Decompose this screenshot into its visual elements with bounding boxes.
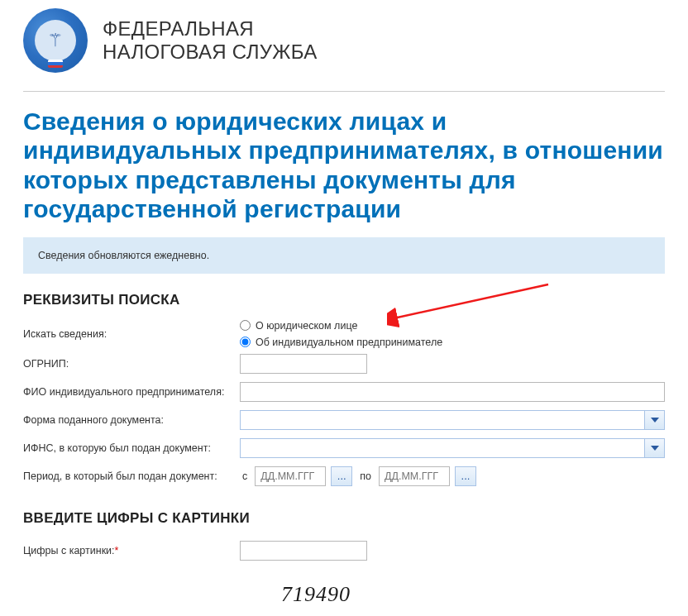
search-section-title: РЕКВИЗИТЫ ПОИСКА: [23, 292, 665, 308]
period-label: Период, в который был подан документ:: [23, 470, 240, 482]
fns-emblem-icon: ⚚: [35, 20, 76, 61]
ogrnip-label: ОГРНИП:: [23, 358, 240, 370]
org-title-line2: НАЛОГОВАЯ СЛУЖБА: [103, 41, 318, 64]
chevron-down-icon[interactable]: [644, 411, 664, 429]
captcha-input[interactable]: [240, 541, 367, 561]
date-to-picker-button[interactable]: ...: [455, 466, 476, 486]
period-to-text: по: [357, 470, 374, 482]
radio-individual-entrepreneur[interactable]: Об индивидуальном предпринимателе: [240, 337, 442, 348]
date-from-input[interactable]: [255, 466, 326, 486]
ogrnip-input[interactable]: [240, 354, 367, 374]
date-to-input[interactable]: [379, 466, 450, 486]
page-title: Сведения о юридических лицах и индивидуа…: [23, 107, 665, 224]
info-bar: Сведения обновляются ежедневно.: [23, 237, 665, 274]
org-title-line1: ФЕДЕРАЛЬНАЯ: [103, 17, 318, 41]
captcha-section-title: ВВЕДИТЕ ЦИФРЫ С КАРТИНКИ: [23, 510, 665, 527]
radio-individual-label: Об индивидуальном предпринимателе: [256, 337, 442, 348]
radio-legal-input[interactable]: [240, 320, 251, 331]
radio-individual-input[interactable]: [240, 337, 251, 347]
ifns-label: ИФНС, в которую был подан документ:: [23, 442, 240, 454]
fio-input[interactable]: [240, 382, 665, 402]
date-from-picker-button[interactable]: ...: [331, 466, 352, 486]
svg-marker-2: [651, 418, 659, 423]
radio-legal-label: О юридическом лице: [256, 320, 357, 332]
doc-form-select[interactable]: [240, 410, 665, 430]
chevron-down-icon[interactable]: [644, 439, 664, 457]
org-title: ФЕДЕРАЛЬНАЯ НАЛОГОВАЯ СЛУЖБА: [103, 17, 318, 63]
radio-legal-entity[interactable]: О юридическом лице: [240, 320, 442, 332]
svg-marker-3: [651, 446, 659, 451]
captcha-image: 719490: [240, 575, 392, 614]
search-for-label: Искать сведения:: [23, 328, 240, 340]
fio-label: ФИО индивидуального предпринимателя:: [23, 386, 240, 398]
doc-form-label: Форма поданного документа:: [23, 414, 240, 426]
period-from-text: с: [240, 470, 250, 482]
ifns-select[interactable]: [240, 438, 665, 458]
required-mark: *: [115, 545, 119, 556]
captcha-label: Цифры с картинки:*: [23, 545, 240, 556]
fns-logo: ⚚: [23, 8, 88, 73]
